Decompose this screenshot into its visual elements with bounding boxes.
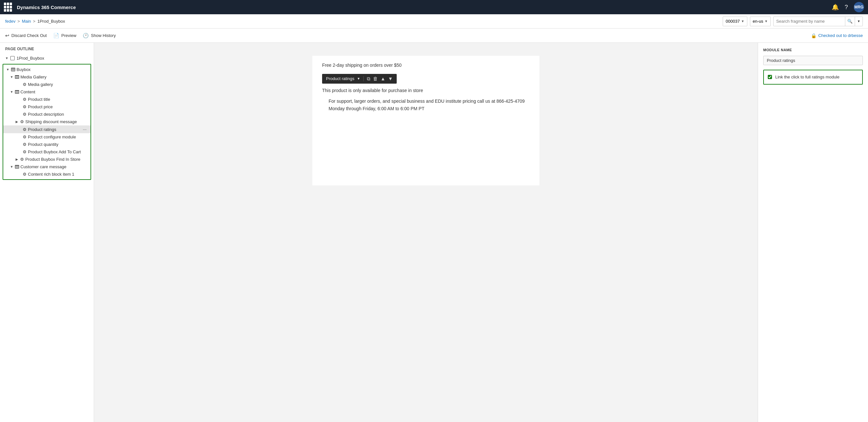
sidebar-item-label-content-rich-block: Content rich block item 1 [28,172,88,176]
sidebar-item-product-configure[interactable]: ⚙ Product configure module [3,133,91,141]
media-gallery-item-gear: ⚙ [23,82,27,87]
media-gallery-module-icon [15,75,19,79]
sidebar-item-content-rich-block[interactable]: ⚙ Content rich block item 1 [3,170,91,178]
breadcrumb-main[interactable]: Main [22,19,31,24]
breadcrumb-fedev[interactable]: fedev [5,19,16,24]
breadcrumb-bar: fedev > Main > 1Prod_Buybox 000037 ▼ en-… [0,14,868,29]
ratings-module-toolbar: Product ratings ▼ ⧉ 🗑 ▲ ▼ [322,74,397,84]
app-title: Dynamics 365 Commerce [17,4,832,10]
breadcrumb-sep1: > [18,19,20,24]
buybox-find-gear: ⚙ [20,157,24,162]
breadcrumb-controls: 000037 ▼ en-us ▼ 🔍 ▼ [723,17,863,26]
sidebar-item-label-product-quantity: Product quantity [28,142,88,147]
product-title-gear: ⚙ [23,97,27,102]
sidebar-item-label-product-description: Product description [28,112,88,117]
sidebar-item-buybox-find-in-store[interactable]: ▶ ⚙ Product Buybox Find In Store [3,156,91,163]
sidebar-item-customer-care[interactable]: ▼ Customer care message [3,163,91,170]
preview-area: Free 2-day shipping on orders over $50 P… [94,43,758,422]
customer-care-chevron: ▼ [10,165,13,168]
store-id-value: 000037 [725,19,740,24]
ratings-toolbar-label: Product ratings [326,76,354,81]
checked-out-message: 🔒 Checked out to drbesse [811,33,863,38]
sidebar-item-label-customer-care: Customer care message [21,164,88,169]
customer-care-module-icon [15,165,19,168]
module-name-input[interactable] [763,56,863,65]
link-to-ratings-option: Link the click to full ratings module [763,70,863,85]
buybox-find-chevron: ▶ [15,158,19,161]
media-gallery-chevron: ▼ [10,75,13,79]
ratings-toolbar-dropdown[interactable]: ▼ [357,77,360,80]
sidebar-item-label-buybox: Buybox [17,67,88,72]
move-down-icon[interactable]: ▼ [388,76,393,82]
sidebar-item-product-quantity[interactable]: ⚙ Product quantity [3,141,91,148]
product-description-gear: ⚙ [23,112,27,117]
preview-icon: 📄 [53,33,59,39]
page-root-chevron: ▼ [5,56,8,60]
app-grid-icon[interactable] [4,3,13,12]
content-module-icon [15,90,19,94]
sidebar-item-label-product-title: Product title [28,97,88,102]
content-chevron: ▼ [10,90,13,94]
sidebar-item-label-product-price: Product price [28,104,88,109]
preview-label: Preview [61,33,76,38]
show-history-label: Show History [91,33,116,38]
breadcrumb-current: 1Prod_Buybox [37,19,65,24]
store-id-caret: ▼ [741,20,744,23]
locale-value: en-us [753,19,764,24]
module-name-header: MODULE NAME [763,48,863,52]
sidebar: Page Outline ▼ 1Prod_Buybox ▼ Buybox ▼ M… [0,43,94,422]
buybox-add-gear: ⚙ [23,150,27,154]
search-button[interactable]: 🔍 [845,17,855,26]
sidebar-item-product-price[interactable]: ⚙ Product price [3,103,91,110]
sidebar-item-shipping-discount[interactable]: ▶ ⚙ Shipping discount message [3,118,91,125]
breadcrumb-sep2: > [33,19,36,24]
page-root-label: 1Prod_Buybox [17,56,44,61]
link-to-ratings-checkbox[interactable] [768,75,772,79]
shipping-discount-chevron: ▶ [15,120,19,124]
toolbar-bar: ↩ Discard Check Out 📄 Preview 🕐 Show His… [0,29,868,43]
sidebar-item-buybox-add-to-cart[interactable]: ⚙ Product Buybox Add To Cart [3,148,91,156]
product-quantity-gear: ⚙ [23,142,27,147]
avatar[interactable]: MRG [854,2,864,12]
notification-icon[interactable]: 🔔 [832,4,839,11]
copy-icon[interactable]: ⧉ [367,76,370,82]
sidebar-item-media-gallery-item[interactable]: ⚙ Media gallery [3,81,91,88]
buybox-chevron: ▼ [6,68,10,71]
content-rich-block-gear: ⚙ [23,172,27,176]
product-configure-gear: ⚙ [23,134,27,139]
right-panel: MODULE NAME Link the click to full ratin… [758,43,868,422]
buybox-module-icon [11,68,15,71]
discard-checkout-button[interactable]: ↩ Discard Check Out [5,33,47,39]
link-to-ratings-label[interactable]: Link the click to full ratings module [775,74,839,80]
delete-icon[interactable]: 🗑 [373,76,378,82]
search-input[interactable] [774,19,845,24]
top-nav-bar: Dynamics 365 Commerce 🔔 ? MRG [0,0,868,14]
top-nav-actions: 🔔 ? MRG [832,2,864,12]
sidebar-item-product-title[interactable]: ⚙ Product title [3,96,91,103]
breadcrumb: fedev > Main > 1Prod_Buybox [5,19,723,24]
help-icon[interactable]: ? [845,4,848,11]
page-root-item[interactable]: ▼ 1Prod_Buybox [0,54,94,63]
sidebar-item-content[interactable]: ▼ Content [3,88,91,96]
main-area: Page Outline ▼ 1Prod_Buybox ▼ Buybox ▼ M… [0,43,868,422]
sidebar-header: Page Outline [0,47,94,54]
sidebar-item-media-gallery[interactable]: ▼ Media Gallery [3,73,91,81]
availability-message: This product is only available for purch… [322,88,530,94]
shipping-message: Free 2-day shipping on orders over $50 [322,62,530,69]
product-ratings-gear: ⚙ [23,127,27,132]
fragment-search: 🔍 ▼ [773,17,863,26]
search-dropdown-arrow[interactable]: ▼ [855,17,863,26]
store-id-dropdown[interactable]: 000037 ▼ [723,17,747,26]
sidebar-item-product-ratings[interactable]: ⚙ Product ratings ··· [3,125,91,133]
preview-button[interactable]: 📄 Preview [53,33,76,39]
shipping-discount-gear: ⚙ [20,119,24,124]
toolbar-separator-1 [363,76,364,82]
locale-dropdown[interactable]: en-us ▼ [750,17,771,26]
history-icon: 🕐 [83,33,89,39]
product-ratings-ellipsis[interactable]: ··· [82,127,88,132]
page-icon [10,56,14,60]
move-up-icon[interactable]: ▲ [380,76,385,82]
sidebar-item-buybox[interactable]: ▼ Buybox [3,66,91,73]
show-history-button[interactable]: 🕐 Show History [83,33,116,39]
sidebar-item-product-description[interactable]: ⚙ Product description [3,110,91,118]
